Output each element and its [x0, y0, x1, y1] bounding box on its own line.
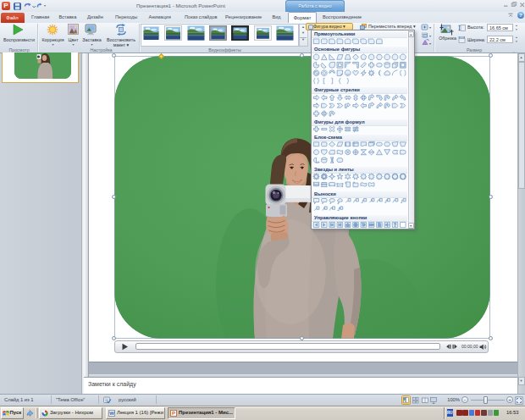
- svg-text:▾: ▾: [429, 25, 431, 30]
- svg-text:▾: ▾: [429, 41, 431, 46]
- svg-text:▾: ▾: [429, 34, 431, 38]
